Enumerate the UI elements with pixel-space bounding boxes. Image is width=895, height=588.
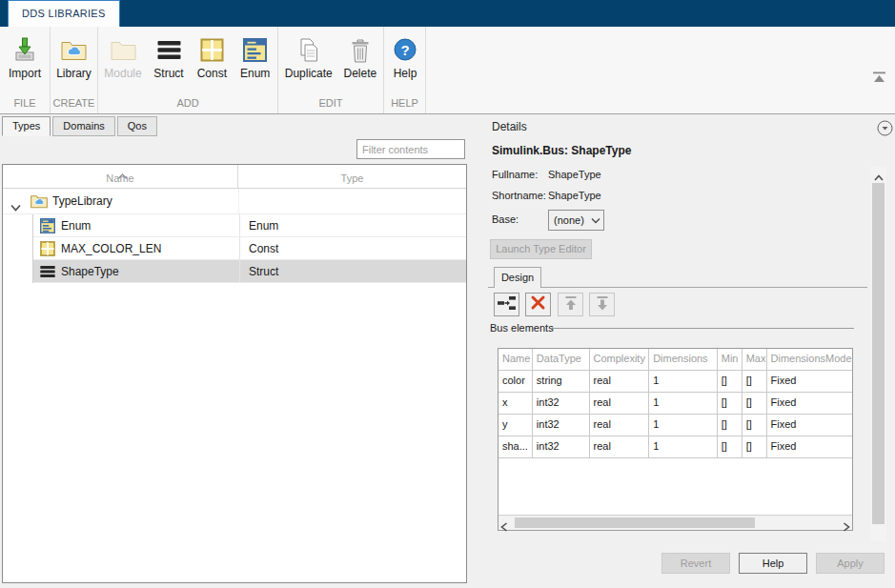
cell[interactable]: int32 <box>533 436 590 457</box>
tree-row-typelibrary[interactable]: TypeLibrary <box>3 189 466 214</box>
details-panel: Details Simulink.Bus: ShapeType Fullname… <box>477 114 895 588</box>
cell[interactable]: [] <box>718 436 742 457</box>
library-button[interactable]: Library <box>51 27 96 80</box>
help-footer-button[interactable]: Help <box>739 553 807 574</box>
delete-x-icon <box>530 294 546 314</box>
scroll-right-icon[interactable] <box>843 518 850 536</box>
cell[interactable]: [] <box>742 393 767 414</box>
folder-cloud-icon <box>31 193 48 213</box>
move-up-icon <box>564 295 578 314</box>
cell[interactable]: real <box>590 371 650 392</box>
collapse-toolstrip-icon[interactable] <box>872 70 887 81</box>
cell[interactable]: [] <box>718 371 742 392</box>
toolstrip-section-add: Module Struct <box>98 27 278 113</box>
cell[interactable]: Fixed <box>767 436 852 457</box>
help-button[interactable]: ? Help <box>384 27 426 80</box>
fullname-label: Fullname: <box>492 169 538 180</box>
cell[interactable]: Fixed <box>767 393 852 414</box>
tree-header: Name Type <box>3 165 466 189</box>
cell[interactable]: real <box>590 415 650 436</box>
details-panel-title: Details <box>492 120 527 133</box>
cell[interactable]: y <box>498 415 533 436</box>
cell[interactable]: x <box>498 393 533 414</box>
cell[interactable]: 1 <box>649 415 718 436</box>
tab-types[interactable]: Types <box>2 116 51 136</box>
section-label-help: HELP <box>384 97 425 113</box>
cell[interactable]: [] <box>718 415 742 436</box>
left-tabstrip: Types Domains Qos <box>2 116 157 136</box>
tree-row-enum[interactable]: Enum Enum <box>33 214 466 237</box>
tree-row-shapetype[interactable]: ShapeType Struct <box>33 260 466 283</box>
move-down-button <box>589 293 615 316</box>
shortname-value: ShapeType <box>548 190 601 201</box>
delete-button[interactable]: Delete <box>339 27 382 80</box>
svg-text:?: ? <box>400 42 409 58</box>
bus-table-header: Name DataType Complexity Dimensions Min … <box>498 349 852 371</box>
cell[interactable]: Fixed <box>767 415 852 436</box>
tree-item-type: Enum <box>249 219 278 233</box>
vertical-scrollbar-thumb[interactable] <box>872 183 885 524</box>
table-row[interactable]: color string real 1 [] [] Fixed <box>498 371 852 393</box>
vertical-scrollbar[interactable] <box>870 166 886 541</box>
tab-design[interactable]: Design <box>494 267 541 288</box>
revert-button: Revert <box>661 553 730 574</box>
cell[interactable]: Fixed <box>767 371 852 392</box>
cell[interactable]: string <box>533 371 590 392</box>
cell[interactable]: int32 <box>533 393 590 414</box>
cell[interactable]: real <box>590 436 650 457</box>
table-row[interactable]: x int32 real 1 [] [] Fixed <box>498 393 852 415</box>
toolstrip: Import FILE Library CREATE <box>0 27 895 114</box>
struct-label: Struct <box>153 67 183 80</box>
cell[interactable]: real <box>590 393 650 414</box>
cell[interactable]: 1 <box>649 436 718 457</box>
horizontal-scrollbar-thumb[interactable] <box>515 517 755 528</box>
scroll-left-icon[interactable] <box>500 518 508 536</box>
cell[interactable]: 1 <box>649 393 718 414</box>
import-icon <box>11 35 38 64</box>
section-label-file: FILE <box>0 97 50 113</box>
move-up-button <box>558 293 583 316</box>
tab-domains[interactable]: Domains <box>52 116 114 136</box>
column-header-type[interactable]: Type <box>238 165 466 188</box>
add-bus-element-button[interactable] <box>494 293 519 316</box>
struct-button[interactable]: Struct <box>148 27 190 80</box>
import-button[interactable]: Import <box>4 27 46 80</box>
horizontal-scrollbar[interactable] <box>498 515 852 530</box>
library-browser-panel: Types Domains Qos Name Type TypeLibrary <box>0 114 477 588</box>
const-label: Const <box>197 67 227 80</box>
tree-item-type: Struct <box>249 265 278 278</box>
cell[interactable]: [] <box>718 393 742 414</box>
section-label-add: ADD <box>98 97 277 113</box>
add-element-icon <box>498 295 516 314</box>
tab-dds-libraries[interactable]: DDS LIBRARIES <box>8 0 120 27</box>
launch-type-editor-button: Launch Type Editor <box>490 239 592 259</box>
collapse-details-icon[interactable] <box>877 120 893 136</box>
cell[interactable]: int32 <box>533 415 590 436</box>
filter-contents-input[interactable] <box>356 139 465 159</box>
base-dropdown[interactable]: (none) <box>548 210 604 231</box>
table-row[interactable]: sha... int32 real 1 [] [] Fixed <box>498 436 852 458</box>
delete-bus-element-button[interactable] <box>525 293 551 316</box>
module-folder-icon <box>111 35 136 64</box>
const-button[interactable]: Const <box>191 27 233 80</box>
cell[interactable]: sha... <box>498 436 533 457</box>
column-divider <box>239 214 240 236</box>
selected-type-heading: Simulink.Bus: ShapeType <box>492 144 631 157</box>
cell[interactable]: color <box>498 371 533 392</box>
chevron-down-icon[interactable] <box>10 198 21 215</box>
toolstrip-section-create: Library CREATE <box>51 27 98 113</box>
tree-row-max-color-len[interactable]: MAX_COLOR_LEN Const <box>33 237 466 260</box>
duplicate-button[interactable]: Duplicate <box>280 27 337 80</box>
struct-icon <box>157 35 181 64</box>
cell[interactable]: 1 <box>649 371 718 392</box>
col-dimensions: Dimensions <box>649 349 718 370</box>
help-icon: ? <box>393 35 417 64</box>
cell[interactable]: [] <box>742 436 767 457</box>
enum-button[interactable]: Enum <box>234 27 276 80</box>
table-row[interactable]: y int32 real 1 [] [] Fixed <box>498 415 852 436</box>
tree-item-type: Const <box>249 242 278 255</box>
cell[interactable]: [] <box>742 415 767 436</box>
cell[interactable]: [] <box>742 371 767 392</box>
column-divider <box>238 189 239 213</box>
tab-qos[interactable]: Qos <box>117 116 157 136</box>
